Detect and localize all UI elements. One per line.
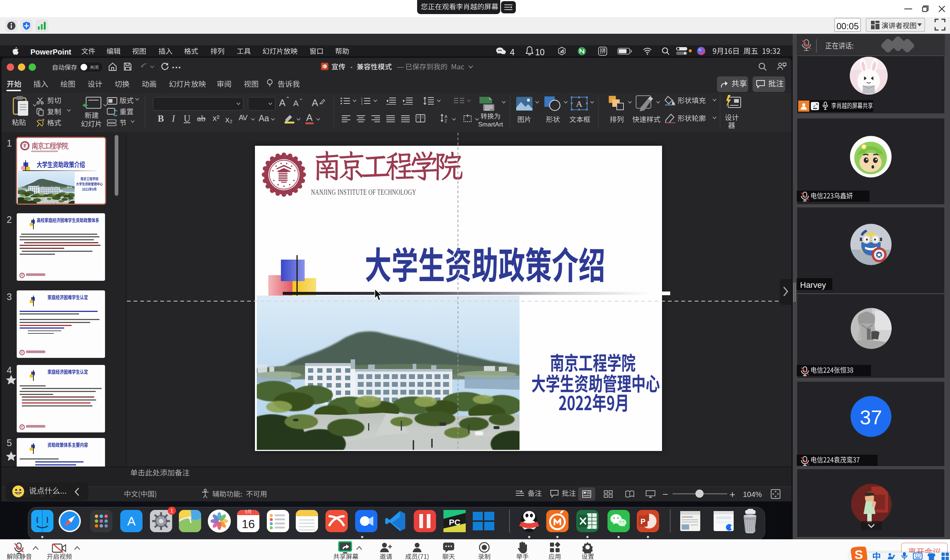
svg-text:A: A [576, 99, 583, 109]
svg-text:PC: PC [449, 518, 461, 527]
svg-text:P: P [640, 517, 645, 526]
svg-text:S: S [854, 548, 863, 560]
svg-text:A: A [127, 514, 136, 528]
svg-text:3: 3 [361, 102, 362, 105]
svg-text:P: P [322, 64, 325, 69]
svg-text:1: 1 [361, 97, 362, 100]
svg-text:2: 2 [361, 100, 362, 102]
svg-text:16: 16 [242, 517, 255, 531]
svg-text:A: A [444, 114, 447, 118]
svg-text:Z: Z [444, 118, 447, 123]
